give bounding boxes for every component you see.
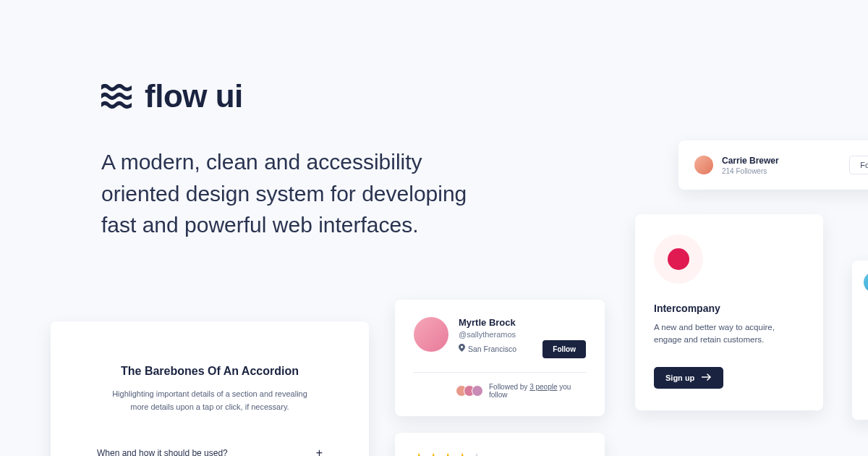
accordion-desc: Highlighting important details of a sect…	[97, 388, 323, 413]
intercompany-card: Intercompany A new and better way to acq…	[635, 214, 823, 410]
follow-button[interactable]: Follow	[849, 156, 868, 174]
avatar-pile	[456, 385, 483, 397]
profile-handle: @sallytheramos	[459, 330, 586, 339]
accordion-item[interactable]: When and how it should be used? +	[97, 447, 323, 456]
profile-name: Myrtle Brock	[459, 317, 586, 328]
star-icon: ★	[472, 450, 482, 456]
followed-by-prefix: Followed by	[489, 383, 527, 391]
accordion-item-label: When and how it should be used?	[97, 448, 228, 456]
avatar	[414, 317, 448, 352]
star-icon: ★	[414, 450, 424, 456]
wave-logo-icon	[101, 84, 132, 109]
accordion-title: The Barebones Of An Accordion	[97, 365, 323, 378]
accordion-card: The Barebones Of An Accordion Highlighti…	[51, 321, 369, 456]
follower-count: 214 Followers	[722, 167, 849, 175]
tagline: A modern, clean and accessibility orient…	[101, 146, 506, 241]
divider	[414, 372, 586, 373]
followed-by-row: Followed by 3 people you follow	[414, 383, 586, 399]
signup-label: Sign up	[665, 373, 694, 382]
follower-info: Carrie Brewer 214 Followers	[722, 156, 849, 175]
star-icon: ★	[428, 450, 438, 456]
arrow-right-icon	[702, 373, 712, 382]
star-icon: ★	[443, 450, 453, 456]
intercompany-desc: A new and better way to acquire, engage …	[654, 321, 804, 347]
company-logo	[654, 235, 703, 284]
follower-name: Carrie Brewer	[722, 156, 849, 166]
location-pin-icon	[459, 344, 465, 353]
star-icon: ★	[457, 450, 467, 456]
logo-dot-icon	[668, 248, 689, 270]
star-rating: ★ ★ ★ ★ ★	[414, 450, 586, 456]
intercompany-title: Intercompany	[654, 303, 804, 314]
signup-button[interactable]: Sign up	[654, 367, 723, 389]
followed-by-link[interactable]: 3 people	[529, 383, 557, 391]
profile-card: Myrtle Brock @sallytheramos San Francisc…	[395, 300, 605, 416]
peek-card	[852, 261, 868, 420]
brand-title: flow ui	[145, 78, 243, 114]
brand: flow ui	[101, 78, 564, 114]
avatar	[472, 385, 483, 397]
hero: flow ui A modern, clean and accessibilit…	[101, 78, 564, 241]
location-text: San Francisco	[468, 345, 516, 353]
plus-icon: +	[316, 447, 323, 456]
avatar	[694, 156, 713, 174]
avatar	[864, 272, 868, 292]
follower-card: Carrie Brewer 214 Followers Follow	[678, 140, 868, 190]
rating-card: ★ ★ ★ ★ ★	[395, 433, 605, 456]
follow-button[interactable]: Follow	[542, 340, 586, 358]
